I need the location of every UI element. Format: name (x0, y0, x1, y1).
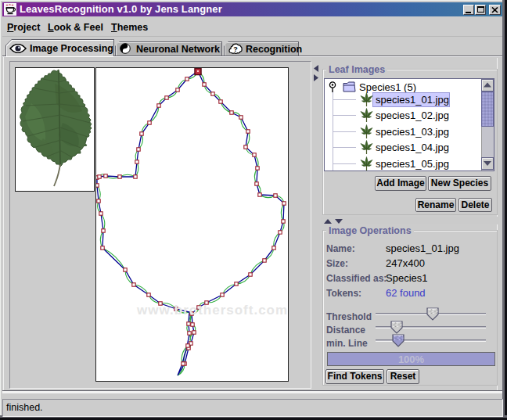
svg-text:?: ? (233, 45, 238, 53)
